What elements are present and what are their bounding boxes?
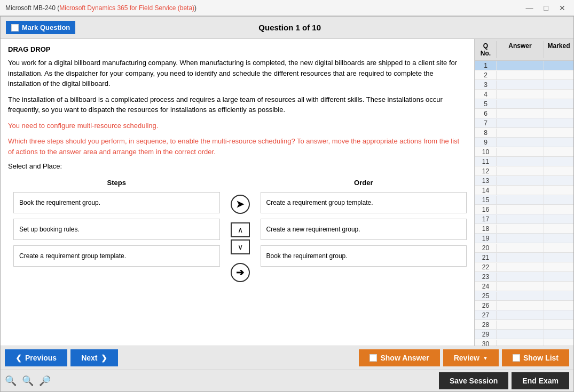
header-marked: Marked bbox=[544, 41, 573, 58]
show-list-button[interactable]: ✓ Show List bbox=[502, 349, 569, 366]
q-answer bbox=[497, 118, 544, 127]
question-list-row[interactable]: 11 bbox=[475, 157, 573, 166]
question-paragraph1: You work for a digital billboard manufac… bbox=[8, 58, 467, 89]
order-item-1[interactable]: Create a requirement group template. bbox=[261, 192, 467, 213]
question-list-row[interactable]: 27 bbox=[475, 310, 573, 320]
question-list-row[interactable]: 3 bbox=[475, 80, 573, 90]
question-list-row[interactable]: 7 bbox=[475, 118, 573, 128]
q-marked bbox=[544, 253, 573, 262]
question-list-row[interactable]: 17 bbox=[475, 214, 573, 224]
question-list-row[interactable]: 5 bbox=[475, 99, 573, 109]
step-item-3[interactable]: Create a requirement group template. bbox=[13, 245, 220, 267]
q-number: 1 bbox=[475, 61, 497, 70]
q-answer bbox=[497, 320, 544, 329]
zoom-in-button[interactable]: 🔍 bbox=[5, 375, 17, 387]
move-right-button[interactable]: ➤ bbox=[231, 195, 250, 214]
question-list-row[interactable]: 8 bbox=[475, 128, 573, 138]
q-number: 30 bbox=[475, 340, 497, 346]
order-title: Order bbox=[261, 179, 467, 187]
question-list-row[interactable]: 20 bbox=[475, 243, 573, 253]
q-number: 14 bbox=[475, 186, 497, 195]
q-number: 8 bbox=[475, 129, 497, 137]
question-list-row[interactable]: 1 bbox=[475, 61, 573, 70]
q-answer bbox=[497, 70, 544, 79]
q-answer bbox=[497, 186, 544, 195]
q-number: 9 bbox=[475, 138, 497, 147]
q-marked bbox=[544, 272, 573, 281]
next-button[interactable]: Next bbox=[70, 349, 117, 366]
question-list-row[interactable]: 26 bbox=[475, 301, 573, 310]
question-list-row[interactable]: 16 bbox=[475, 205, 573, 214]
show-answer-label: Show Answer bbox=[380, 354, 429, 362]
question-list-row[interactable]: 29 bbox=[475, 330, 573, 339]
q-marked bbox=[544, 147, 573, 156]
q-answer bbox=[497, 310, 544, 319]
question-list-row[interactable]: 12 bbox=[475, 166, 573, 176]
save-session-button[interactable]: Save Session bbox=[439, 372, 508, 389]
question-list-row[interactable]: 14 bbox=[475, 186, 573, 195]
q-answer bbox=[497, 157, 544, 166]
q-marked bbox=[544, 186, 573, 195]
mark-question-button[interactable]: Mark Question bbox=[6, 21, 75, 34]
q-answer bbox=[497, 109, 544, 118]
question-list-row[interactable]: 6 bbox=[475, 109, 573, 118]
move-left-button[interactable]: ➔ bbox=[231, 263, 250, 282]
window-controls: — □ ✕ bbox=[523, 3, 569, 13]
move-down-button[interactable]: ∨ bbox=[231, 239, 250, 254]
question-list-row[interactable]: 10 bbox=[475, 147, 573, 157]
zoom-out-button[interactable]: 🔎 bbox=[39, 375, 51, 387]
close-button[interactable]: ✕ bbox=[556, 3, 569, 13]
q-number: 11 bbox=[475, 157, 497, 166]
q-answer bbox=[497, 301, 544, 310]
step-item-2[interactable]: Set up booking rules. bbox=[13, 219, 220, 240]
question-list-row[interactable]: 24 bbox=[475, 282, 573, 291]
move-up-button[interactable]: ∧ bbox=[231, 222, 250, 237]
steps-column: Steps Book the requirement group. Set up… bbox=[13, 179, 220, 282]
question-list-row[interactable]: 15 bbox=[475, 195, 573, 205]
question-list-row[interactable]: 13 bbox=[475, 176, 573, 186]
show-list-checkbox-icon: ✓ bbox=[513, 354, 520, 362]
question-list-row[interactable]: 30 bbox=[475, 339, 573, 346]
q-number: 28 bbox=[475, 321, 497, 329]
question-list-row[interactable]: 2 bbox=[475, 70, 573, 80]
question-list-row[interactable]: 22 bbox=[475, 262, 573, 272]
q-number: 21 bbox=[475, 253, 497, 262]
q-answer bbox=[497, 195, 544, 204]
question-list-row[interactable]: 9 bbox=[475, 138, 573, 147]
q-marked bbox=[544, 80, 573, 89]
zoom-reset-button[interactable]: 🔍 bbox=[22, 375, 34, 387]
end-exam-button[interactable]: End Exam bbox=[512, 372, 569, 389]
q-answer bbox=[497, 262, 544, 271]
order-column: Order Create a requirement group templat… bbox=[261, 179, 467, 282]
title-bar: Microsoft MB-240 (Microsoft Dynamics 365… bbox=[0, 0, 574, 16]
show-list-label: Show List bbox=[523, 354, 559, 362]
previous-label: Previous bbox=[25, 354, 57, 362]
question-list-row[interactable]: 18 bbox=[475, 224, 573, 234]
review-label: Review bbox=[454, 354, 479, 362]
q-marked bbox=[544, 320, 573, 329]
question-list-row[interactable]: 28 bbox=[475, 320, 573, 330]
question-list-row[interactable]: 23 bbox=[475, 272, 573, 282]
q-answer bbox=[497, 138, 544, 147]
minimize-button[interactable]: — bbox=[523, 3, 537, 13]
order-item-2[interactable]: Create a new requirement group. bbox=[261, 219, 467, 240]
q-number: 18 bbox=[475, 225, 497, 233]
q-number: 7 bbox=[475, 119, 497, 127]
q-number: 17 bbox=[475, 215, 497, 223]
q-number: 20 bbox=[475, 244, 497, 252]
order-item-3[interactable]: Book the requirement group. bbox=[261, 245, 467, 267]
show-answer-button[interactable]: Show Answer bbox=[359, 349, 439, 366]
question-list-row[interactable]: 21 bbox=[475, 253, 573, 262]
step-item-1[interactable]: Book the requirement group. bbox=[13, 192, 220, 213]
next-arrow-icon bbox=[101, 354, 107, 362]
mark-checkbox-icon bbox=[11, 24, 19, 31]
review-button[interactable]: Review ▼ bbox=[443, 349, 499, 366]
question-list-row[interactable]: 25 bbox=[475, 291, 573, 301]
q-answer bbox=[497, 253, 544, 262]
review-dropdown-icon: ▼ bbox=[483, 355, 488, 361]
question-list-row[interactable]: 4 bbox=[475, 90, 573, 99]
previous-button[interactable]: Previous bbox=[5, 349, 67, 366]
right-panel: Q No. Answer Marked 12345678910111213141… bbox=[475, 39, 573, 346]
maximize-button[interactable]: □ bbox=[541, 3, 552, 13]
question-list-row[interactable]: 19 bbox=[475, 234, 573, 243]
